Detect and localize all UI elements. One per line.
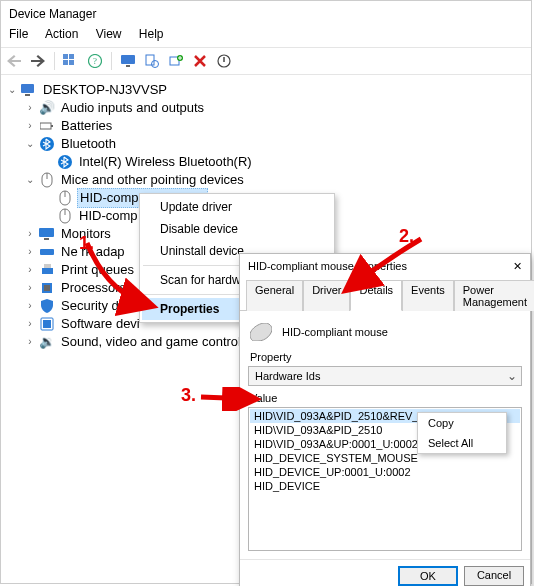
tree-mice[interactable]: ⌄ Mice and other pointing devices bbox=[23, 171, 527, 189]
expand-icon[interactable]: › bbox=[23, 245, 37, 259]
expand-icon[interactable]: › bbox=[23, 317, 37, 331]
help-button[interactable]: ? bbox=[85, 51, 105, 71]
speaker-icon: 🔊 bbox=[39, 100, 55, 116]
question-icon: ? bbox=[88, 54, 102, 68]
menu-view[interactable]: View bbox=[96, 27, 122, 41]
value-listbox[interactable]: HID\VID_093A&PID_2510&REV_0100 HID\VID_0… bbox=[248, 407, 522, 551]
svg-rect-3 bbox=[69, 60, 74, 65]
expand-icon[interactable]: › bbox=[23, 101, 37, 115]
svg-rect-0 bbox=[63, 54, 68, 59]
ctx-update-driver[interactable]: Update driver bbox=[142, 196, 332, 218]
svg-text:?: ? bbox=[93, 56, 97, 66]
svg-rect-13 bbox=[21, 84, 34, 93]
toolbar: ? bbox=[1, 47, 531, 75]
node-label: DESKTOP-NJ3VVSP bbox=[41, 81, 169, 99]
node-label: Mice and other pointing devices bbox=[59, 171, 246, 189]
mouse-icon bbox=[57, 208, 73, 224]
mouse-icon bbox=[39, 172, 55, 188]
property-combobox[interactable]: Hardware Ids bbox=[248, 366, 522, 386]
software-icon bbox=[39, 316, 55, 332]
tree-bluetooth[interactable]: ⌄ Bluetooth bbox=[23, 135, 527, 153]
svg-rect-28 bbox=[42, 268, 53, 274]
node-label: Processors bbox=[59, 279, 128, 297]
svg-rect-29 bbox=[44, 264, 51, 268]
battery-icon bbox=[39, 118, 55, 134]
properties-button[interactable] bbox=[118, 51, 138, 71]
svg-rect-33 bbox=[43, 320, 51, 328]
dialog-button-row: OK Cancel bbox=[240, 559, 530, 586]
menu-help[interactable]: Help bbox=[139, 27, 164, 41]
x-icon bbox=[193, 54, 207, 68]
tree-audio[interactable]: › 🔊 Audio inputs and outputs bbox=[23, 99, 527, 117]
arrow-right-icon bbox=[31, 55, 45, 67]
add-hardware-icon bbox=[169, 54, 184, 68]
svg-rect-6 bbox=[121, 55, 135, 64]
svg-rect-1 bbox=[69, 54, 74, 59]
uninstall-button[interactable] bbox=[190, 51, 210, 71]
value-item[interactable]: HID_DEVICE bbox=[250, 479, 520, 493]
node-label: Intel(R) Wireless Bluetooth(R) bbox=[77, 153, 254, 171]
menu-action[interactable]: Action bbox=[45, 27, 78, 41]
node-label: HID-comp bbox=[77, 207, 140, 225]
node-label: Bluetooth bbox=[59, 135, 118, 153]
tab-driver[interactable]: Driver bbox=[303, 280, 350, 311]
properties-dialog: HID-compliant mouse Properties ✕ General… bbox=[239, 253, 531, 586]
svg-rect-26 bbox=[44, 238, 49, 240]
dialog-title-text: HID-compliant mouse Properties bbox=[248, 260, 407, 273]
expand-icon[interactable]: › bbox=[23, 281, 37, 295]
node-label: Ne rk adap bbox=[59, 243, 127, 261]
svg-rect-2 bbox=[63, 60, 68, 65]
value-item[interactable]: HID_DEVICE_UP:0001_U:0002 bbox=[250, 465, 520, 479]
node-label: Monitors bbox=[59, 225, 113, 243]
back-button[interactable] bbox=[4, 51, 24, 71]
svg-rect-15 bbox=[40, 123, 51, 129]
dialog-close-button[interactable]: ✕ bbox=[513, 260, 522, 273]
ctx-copy[interactable]: Copy bbox=[418, 413, 506, 433]
tab-details[interactable]: Details bbox=[350, 280, 402, 311]
ok-button[interactable]: OK bbox=[398, 566, 458, 586]
tab-power[interactable]: Power Management bbox=[454, 280, 534, 311]
collapse-icon[interactable]: ⌄ bbox=[5, 83, 19, 97]
device-name: HID-compliant mouse bbox=[282, 326, 388, 338]
grid-icon bbox=[63, 54, 79, 68]
computer-icon bbox=[21, 82, 37, 98]
device-header: HID-compliant mouse bbox=[250, 323, 520, 341]
tree-root[interactable]: ⌄ DESKTOP-NJ3VVSP bbox=[5, 81, 527, 99]
collapse-icon[interactable]: ⌄ bbox=[23, 173, 37, 187]
cancel-button[interactable]: Cancel bbox=[464, 566, 524, 586]
svg-rect-27 bbox=[40, 249, 54, 255]
tree-bt-intel[interactable]: · Intel(R) Wireless Bluetooth(R) bbox=[41, 153, 527, 171]
show-hidden-button[interactable] bbox=[61, 51, 81, 71]
value-label: Value bbox=[250, 392, 520, 404]
dialog-tabs: General Driver Details Events Power Mana… bbox=[240, 279, 530, 311]
scan-button[interactable] bbox=[142, 51, 162, 71]
expand-icon[interactable]: › bbox=[23, 263, 37, 277]
ctx-select-all[interactable]: Select All bbox=[418, 433, 506, 453]
tree-batteries[interactable]: › Batteries bbox=[23, 117, 527, 135]
disable-button[interactable] bbox=[214, 51, 234, 71]
expand-icon[interactable]: › bbox=[23, 119, 37, 133]
monitor-icon bbox=[121, 54, 135, 68]
svg-rect-7 bbox=[126, 65, 130, 67]
expand-icon[interactable]: › bbox=[23, 299, 37, 313]
forward-button[interactable] bbox=[28, 51, 48, 71]
svg-rect-16 bbox=[51, 125, 53, 127]
property-label: Property bbox=[250, 351, 520, 363]
scan-icon bbox=[145, 54, 159, 68]
dialog-body: HID-compliant mouse Property Hardware Id… bbox=[240, 311, 530, 559]
node-label: Print queues bbox=[59, 261, 136, 279]
add-hardware-button[interactable] bbox=[166, 51, 186, 71]
expand-icon[interactable]: › bbox=[23, 335, 37, 349]
expand-icon[interactable]: › bbox=[23, 227, 37, 241]
monitor-icon bbox=[39, 226, 55, 242]
menu-file[interactable]: File bbox=[9, 27, 28, 41]
bluetooth-icon bbox=[39, 136, 55, 152]
bluetooth-icon bbox=[57, 154, 73, 170]
tab-events[interactable]: Events bbox=[402, 280, 454, 311]
ctx-disable-device[interactable]: Disable device bbox=[142, 218, 332, 240]
value-context-menu: Copy Select All bbox=[417, 412, 507, 454]
dialog-titlebar: HID-compliant mouse Properties ✕ bbox=[240, 254, 530, 279]
tab-general[interactable]: General bbox=[246, 280, 303, 311]
collapse-icon[interactable]: ⌄ bbox=[23, 137, 37, 151]
node-label: Software devi bbox=[59, 315, 142, 333]
